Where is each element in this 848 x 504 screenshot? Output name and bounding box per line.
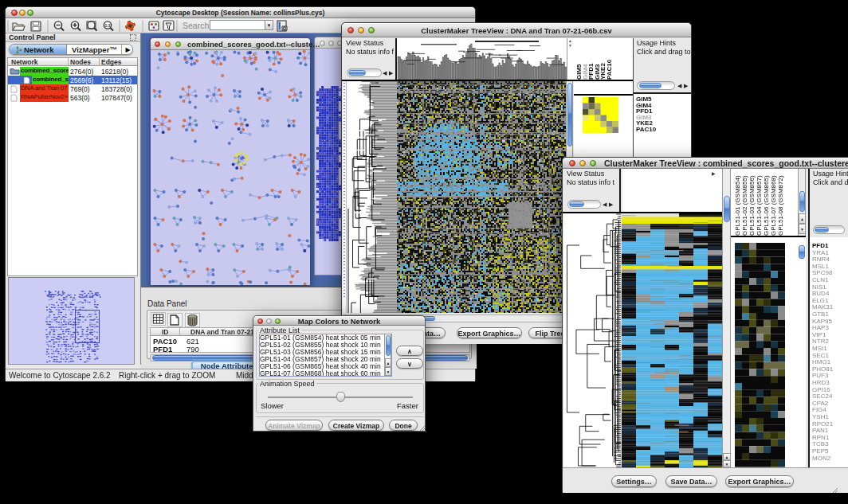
svg-text:1:1: 1:1 — [104, 23, 110, 28]
